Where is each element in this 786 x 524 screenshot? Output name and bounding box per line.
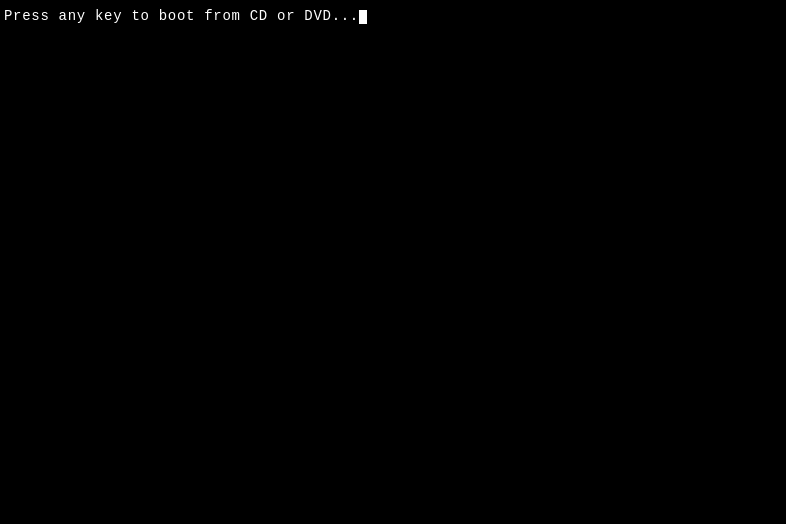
boot-screen: Press any key to boot from CD or DVD... <box>0 0 786 524</box>
cursor-blink <box>359 10 367 24</box>
boot-message-text: Press any key to boot from CD or DVD... <box>4 8 359 24</box>
boot-message: Press any key to boot from CD or DVD... <box>4 8 367 24</box>
